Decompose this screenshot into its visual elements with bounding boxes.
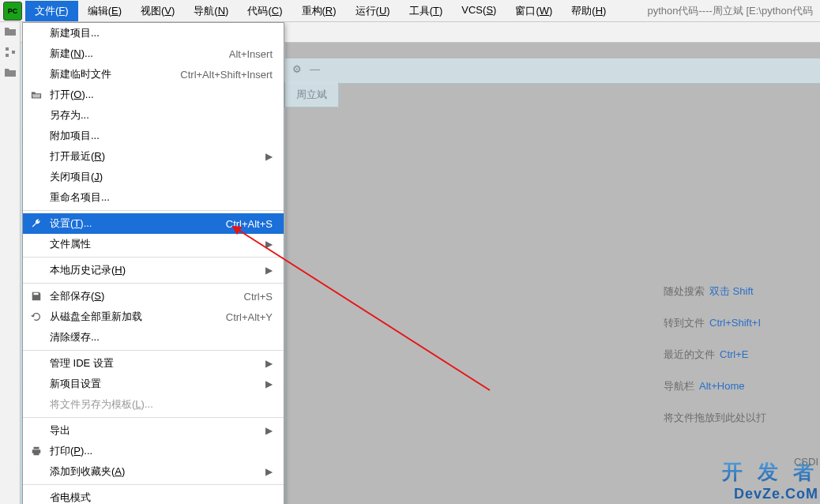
menu-item-8[interactable]: 重命名项目... bbox=[23, 187, 284, 208]
tab-label: 周立斌 bbox=[296, 88, 327, 102]
menu-item-label: 重命名项目... bbox=[50, 190, 273, 205]
menu-item-label: 将文件另存为模板(L)... bbox=[50, 397, 273, 412]
menu-item-label: 附加项目... bbox=[50, 129, 273, 143]
menu-10[interactable]: 帮助(H) bbox=[562, 1, 615, 21]
submenu-arrow-icon: ▶ bbox=[265, 378, 273, 389]
menu-2[interactable]: 视图(V) bbox=[131, 1, 184, 21]
folder-open-icon bbox=[29, 89, 43, 100]
menu-item-7[interactable]: 关闭项目(J) bbox=[23, 167, 284, 187]
menu-item-label: 省电模式 bbox=[50, 491, 273, 504]
tab-strip bbox=[284, 58, 820, 84]
menu-7[interactable]: 工具(T) bbox=[400, 1, 453, 21]
shortcut-label: 转到文件 bbox=[664, 317, 705, 329]
menu-5[interactable]: 重构(R) bbox=[292, 1, 346, 21]
submenu-arrow-icon: ▶ bbox=[265, 265, 273, 276]
shortcut-hint-0: 随处搜索双击 Shift bbox=[664, 284, 820, 299]
menu-item-label: 清除缓存... bbox=[50, 330, 273, 344]
menu-6[interactable]: 运行(U) bbox=[346, 1, 400, 21]
menu-item-shortcut: Ctrl+S bbox=[244, 291, 273, 303]
shortcut-keys: 双击 Shift bbox=[709, 285, 754, 297]
menu-item-label: 新项目设置 bbox=[50, 377, 259, 391]
menu-item-11[interactable]: 文件属性▶ bbox=[23, 234, 284, 254]
svg-rect-2 bbox=[12, 51, 15, 54]
submenu-arrow-icon: ▶ bbox=[265, 239, 273, 250]
menu-item-label: 从磁盘全部重新加载 bbox=[50, 310, 216, 324]
menu-list: 文件(F)编辑(E)视图(V)导航(N)代码(C)重构(R)运行(U)工具(T)… bbox=[25, 1, 615, 21]
structure-icon[interactable] bbox=[4, 46, 17, 58]
menu-item-shortcut: Ctrl+Alt+Y bbox=[226, 311, 273, 323]
menu-item-2[interactable]: 新建临时文件Ctrl+Alt+Shift+Insert bbox=[23, 64, 284, 85]
menu-item-1[interactable]: 新建(N)...Alt+Insert bbox=[23, 43, 284, 64]
menu-item-3[interactable]: 打开(O)... bbox=[23, 85, 284, 105]
shortcut-hint-3: 导航栏Alt+Home bbox=[664, 379, 820, 393]
svg-rect-1 bbox=[6, 54, 9, 57]
file-menu-dropdown: 新建项目...新建(N)...Alt+Insert新建临时文件Ctrl+Alt+… bbox=[22, 22, 284, 504]
svg-rect-0 bbox=[6, 47, 9, 51]
menu-3[interactable]: 导航(N) bbox=[184, 1, 238, 21]
menu-item-label: 设置(T)... bbox=[50, 216, 216, 231]
csdn-hint: CSDI bbox=[794, 456, 818, 468]
menu-item-shortcut: Ctrl+Alt+S bbox=[226, 218, 273, 230]
menu-item-19[interactable]: 管理 IDE 设置▶ bbox=[23, 353, 284, 374]
watermark-line2: DevZe.CoM bbox=[722, 486, 818, 502]
menu-item-label: 打开最近(R) bbox=[50, 149, 259, 164]
submenu-arrow-icon: ▶ bbox=[265, 425, 273, 436]
menu-item-0[interactable]: 新建项目... bbox=[23, 23, 284, 43]
menu-9[interactable]: 窗口(W) bbox=[506, 1, 562, 21]
menu-item-label: 打开(O)... bbox=[50, 88, 273, 102]
reload-icon bbox=[29, 311, 43, 322]
menu-item-10[interactable]: 设置(T)...Ctrl+Alt+S bbox=[23, 213, 284, 234]
menu-item-label: 导出 bbox=[50, 423, 259, 438]
submenu-arrow-icon: ▶ bbox=[265, 358, 273, 369]
menu-item-27[interactable]: 省电模式 bbox=[23, 487, 284, 504]
menu-item-shortcut: Alt+Insert bbox=[229, 48, 273, 60]
watermark: CSDI 开 发 者 DevZe.CoM bbox=[722, 458, 818, 502]
wrench-icon bbox=[29, 218, 43, 229]
menu-item-label: 添加到收藏夹(A) bbox=[50, 465, 259, 479]
folder2-icon[interactable] bbox=[4, 66, 17, 79]
menu-item-label: 管理 IDE 设置 bbox=[50, 356, 259, 370]
shortcut-keys: Ctrl+E bbox=[720, 348, 748, 360]
shortcut-keys: Alt+Home bbox=[699, 380, 744, 392]
menu-0[interactable]: 文件(F) bbox=[25, 1, 78, 21]
shortcut-keys: Ctrl+Shift+I bbox=[709, 317, 761, 329]
shortcut-hint-4: 将文件拖放到此处以打 bbox=[664, 411, 820, 425]
menu-item-6[interactable]: 打开最近(R)▶ bbox=[23, 146, 284, 167]
menu-item-label: 本地历史记录(H) bbox=[50, 263, 259, 277]
menu-item-24[interactable]: 打印(P)... bbox=[23, 441, 284, 461]
shortcut-label: 最近的文件 bbox=[664, 348, 715, 360]
menu-1[interactable]: 编辑(E) bbox=[78, 1, 131, 21]
shortcut-hint-2: 最近的文件Ctrl+E bbox=[664, 348, 820, 362]
shortcut-hint-1: 转到文件Ctrl+Shift+I bbox=[664, 316, 820, 330]
window-title: python代码----周立斌 [E:\python代码 bbox=[647, 4, 813, 18]
menu-item-label: 全部保存(S) bbox=[50, 289, 235, 303]
shortcut-label: 随处搜索 bbox=[664, 285, 705, 297]
menu-item-4[interactable]: 另存为... bbox=[23, 105, 284, 126]
menu-item-label: 文件属性 bbox=[50, 237, 259, 251]
menu-item-15[interactable]: 全部保存(S)Ctrl+S bbox=[23, 286, 284, 307]
folder-icon[interactable] bbox=[4, 25, 17, 38]
gear-icon[interactable]: ⚙ bbox=[292, 63, 302, 75]
app-icon: PC bbox=[3, 2, 22, 21]
menu-item-16[interactable]: 从磁盘全部重新加载Ctrl+Alt+Y bbox=[23, 307, 284, 327]
menu-item-shortcut: Ctrl+Alt+Shift+Insert bbox=[180, 69, 273, 81]
menu-item-label: 打印(P)... bbox=[50, 444, 273, 458]
menu-item-label: 关闭项目(J) bbox=[50, 170, 273, 184]
menu-item-5[interactable]: 附加项目... bbox=[23, 126, 284, 146]
menu-item-17[interactable]: 清除缓存... bbox=[23, 327, 284, 348]
editor-tab[interactable]: 周立斌 bbox=[284, 82, 339, 107]
menu-item-label: 新建项目... bbox=[50, 26, 273, 40]
submenu-arrow-icon: ▶ bbox=[265, 466, 273, 477]
minimize-icon[interactable]: — bbox=[310, 63, 320, 75]
save-icon bbox=[29, 291, 43, 302]
menu-item-13[interactable]: 本地历史记录(H)▶ bbox=[23, 260, 284, 280]
menu-item-23[interactable]: 导出▶ bbox=[23, 420, 284, 441]
menu-item-25[interactable]: 添加到收藏夹(A)▶ bbox=[23, 461, 284, 482]
menu-item-20[interactable]: 新项目设置▶ bbox=[23, 374, 284, 394]
menu-4[interactable]: 代码(C) bbox=[238, 1, 292, 21]
menu-item-label: 新建(N)... bbox=[50, 47, 220, 61]
welcome-shortcuts: 随处搜索双击 Shift转到文件Ctrl+Shift+I最近的文件Ctrl+E导… bbox=[664, 284, 820, 442]
menubar: PC 文件(F)编辑(E)视图(V)导航(N)代码(C)重构(R)运行(U)工具… bbox=[0, 0, 820, 22]
menu-item-label: 另存为... bbox=[50, 108, 273, 122]
menu-8[interactable]: VCS(S) bbox=[452, 1, 506, 21]
